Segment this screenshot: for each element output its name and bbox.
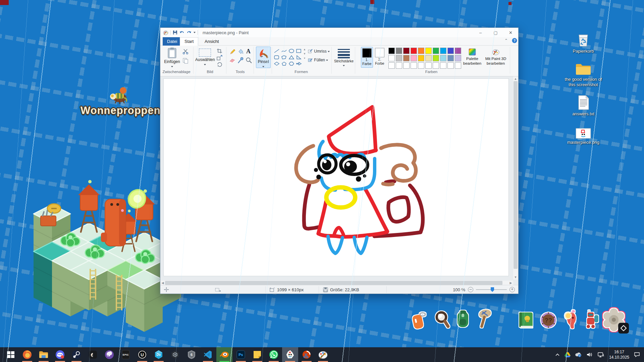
palette-swatch-empty[interactable] xyxy=(455,62,461,69)
palette-swatch[interactable] xyxy=(425,55,432,61)
zoom-slider-thumb[interactable] xyxy=(491,287,494,292)
vertical-scroll-thumb[interactable] xyxy=(514,81,518,269)
shape-option[interactable] xyxy=(280,61,288,66)
taskbar-epic-icon[interactable]: EPIC xyxy=(118,347,134,362)
paste-button[interactable]: Einfügen xyxy=(163,47,181,69)
outline-dropdown[interactable]: Umriss xyxy=(308,49,330,54)
palette-swatch-empty[interactable] xyxy=(403,62,410,69)
palette-swatch[interactable] xyxy=(447,48,454,54)
paint-titlebar[interactable]: masterpiece.png - Paint – ▢ ✕ xyxy=(160,28,518,37)
text-tool-icon[interactable]: A xyxy=(246,48,251,55)
sticker-robot[interactable] xyxy=(583,310,602,332)
taskbar-notes-icon[interactable] xyxy=(249,347,265,362)
shape-option[interactable] xyxy=(288,61,295,66)
paint-canvas[interactable] xyxy=(164,79,508,276)
palette-swatch-empty[interactable] xyxy=(411,62,417,69)
shape-option[interactable] xyxy=(273,54,280,60)
palette-swatch[interactable] xyxy=(440,48,446,54)
google-drive-icon[interactable] xyxy=(565,352,571,357)
tab-datei[interactable]: Datei xyxy=(163,37,181,46)
color2-button[interactable]: 2. Farbe xyxy=(374,47,386,68)
zoom-out-button[interactable]: – xyxy=(468,287,473,292)
taskbar-badge6-icon[interactable]: 6 xyxy=(183,347,200,362)
taskbar-explorer-icon[interactable] xyxy=(36,347,52,362)
palette-swatch[interactable] xyxy=(418,48,424,54)
palette-swatch[interactable] xyxy=(388,55,395,61)
sticker-backpack[interactable] xyxy=(453,309,472,331)
palette-swatch[interactable] xyxy=(425,48,432,54)
size-button[interactable]: Strichstärke xyxy=(333,47,354,68)
sticker-cursor-icon[interactable] xyxy=(618,323,629,334)
taskbar-a-app-icon[interactable]: a xyxy=(85,347,101,362)
shape-option[interactable] xyxy=(288,48,295,54)
volume-icon[interactable] xyxy=(587,352,593,357)
sticker-lantern-creature[interactable] xyxy=(561,308,580,331)
palette-swatch[interactable] xyxy=(433,48,439,54)
shape-option[interactable] xyxy=(280,54,288,60)
brush-button[interactable]: Pinsel xyxy=(256,47,271,68)
palette-swatch[interactable] xyxy=(396,55,402,61)
palette-swatch[interactable] xyxy=(440,55,446,61)
palette-swatch[interactable] xyxy=(411,48,417,54)
taskbar-sticker-app-icon[interactable] xyxy=(282,347,298,362)
fill-bucket-icon[interactable] xyxy=(237,48,244,55)
palette-swatch[interactable] xyxy=(418,55,424,61)
shape-option[interactable] xyxy=(280,48,288,54)
network-icon[interactable] xyxy=(598,352,604,357)
tab-start[interactable]: Start xyxy=(180,37,198,46)
taskbar-unreal-icon[interactable]: U xyxy=(134,347,150,362)
notification-center-icon[interactable] xyxy=(634,352,640,357)
palette-swatch[interactable] xyxy=(433,55,439,61)
scroll-up-icon[interactable]: ▲ xyxy=(513,76,518,81)
shape-option[interactable] xyxy=(295,48,303,54)
crop-icon[interactable] xyxy=(217,48,223,54)
qat-dropdown-icon[interactable] xyxy=(194,32,196,33)
color1-button[interactable]: 1. Farbe xyxy=(361,47,373,68)
scroll-right-icon[interactable]: ▶ xyxy=(508,281,513,285)
zoom-in-button[interactable]: + xyxy=(509,287,515,292)
vertical-scrollbar[interactable]: ▲ ▼ xyxy=(513,76,518,280)
palette-swatch[interactable] xyxy=(455,55,461,61)
zoom-slider[interactable] xyxy=(476,289,507,290)
palette-swatch[interactable] xyxy=(388,48,395,54)
clock[interactable]: 16:17 14.10.2025 xyxy=(609,349,629,360)
help-icon[interactable]: ? xyxy=(512,38,517,44)
paint3d-button[interactable]: Mit Paint 3Dbearbeiten xyxy=(483,48,508,66)
save-icon[interactable] xyxy=(173,30,177,35)
taskbar-steam-icon[interactable] xyxy=(68,347,85,362)
taskbar-start-icon[interactable] xyxy=(3,347,19,362)
minimize-button[interactable]: – xyxy=(473,28,488,37)
palette-swatch-empty[interactable] xyxy=(447,62,454,69)
shape-option[interactable] xyxy=(273,48,280,54)
taskbar-github-icon[interactable] xyxy=(101,347,117,362)
magnifier-icon[interactable] xyxy=(246,57,252,64)
palette-swatch[interactable] xyxy=(403,55,410,61)
desktop-icon-folder[interactable]: the good version of this screenshot xyxy=(561,62,606,88)
palette-swatch-empty[interactable] xyxy=(440,62,446,69)
maximize-button[interactable]: ▢ xyxy=(488,28,503,37)
color-picker-icon[interactable] xyxy=(237,57,244,64)
fill-dropdown[interactable]: Füllen xyxy=(308,58,328,62)
taskbar-snip-icon[interactable] xyxy=(299,347,315,362)
shape-option[interactable] xyxy=(295,54,303,60)
rotate-icon[interactable] xyxy=(217,62,223,67)
redo-icon[interactable] xyxy=(186,31,192,35)
edit-palette-button[interactable]: Palettebearbeiten xyxy=(462,48,483,66)
tray-expand-icon[interactable] xyxy=(555,353,560,356)
select-button[interactable]: Auswählen xyxy=(195,47,215,67)
taskbar-vscode-icon[interactable] xyxy=(200,347,216,362)
shape-option[interactable] xyxy=(288,54,295,60)
sticker-book[interactable] xyxy=(517,310,535,331)
palette-swatch[interactable] xyxy=(447,55,454,61)
taskbar-firefox-icon[interactable] xyxy=(19,347,35,362)
collapse-ribbon-icon[interactable]: ⌃ xyxy=(504,38,508,43)
palette-swatch-empty[interactable] xyxy=(388,62,395,69)
desktop-icon-image-file[interactable]: masterpiece.png xyxy=(561,128,606,145)
copy-icon[interactable] xyxy=(182,58,189,64)
taskbar-blender-icon[interactable] xyxy=(216,347,232,362)
pencil-icon[interactable] xyxy=(229,48,236,55)
desktop-icon-text-file[interactable]: answers.txt xyxy=(561,95,606,117)
close-button[interactable]: ✕ xyxy=(503,28,518,37)
palette-swatch[interactable] xyxy=(455,48,461,54)
sticker-whistle[interactable] xyxy=(410,310,429,333)
